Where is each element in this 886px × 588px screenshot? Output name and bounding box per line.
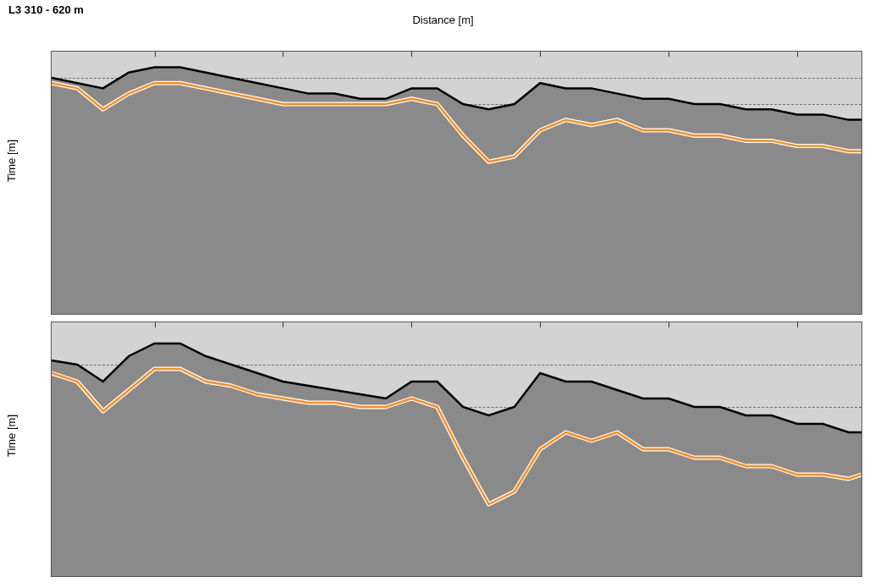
panel-2-overlay [52,322,861,576]
panel-2-wrap: 8080858590909595100100105105110110 [51,321,861,575]
page: L3 310 - 620 m Distance [m] Time [m] 606… [0,0,886,588]
seismic-panel-2: 8080858590909595100100105105110110 [51,321,862,577]
panel-1-wrap: 6060656570707575808085859090959510010010… [51,51,861,313]
subsurface-region [52,343,861,576]
panel-1-overlay [52,52,861,314]
y-axis-label-2: Time [m] [5,415,18,457]
y-axis-label-1: Time [m] [5,140,18,182]
subsurface-region [52,68,861,314]
seismic-panel-1: 6060656570707575808085859090959510010010… [51,51,862,315]
x-axis-label: Distance [m] [0,14,886,26]
